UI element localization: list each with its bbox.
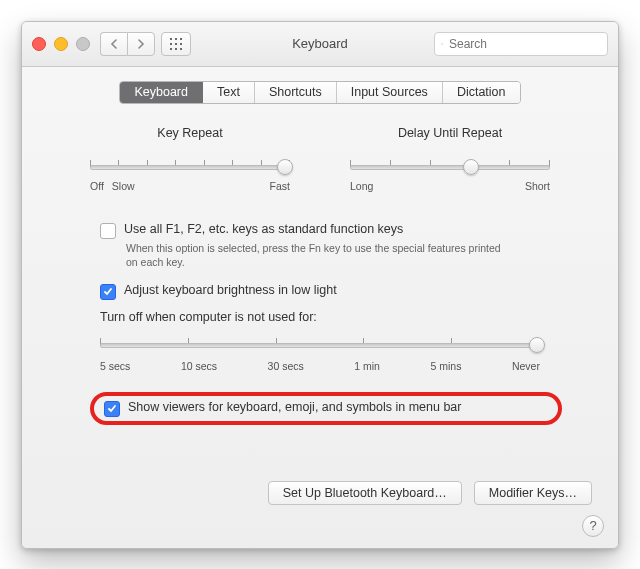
preferences-window: Keyboard Keyboard Text Shortcuts Input S…: [21, 21, 619, 549]
viewers-checkbox[interactable]: [104, 401, 120, 417]
chevron-right-icon: [137, 39, 145, 49]
help-button[interactable]: ?: [582, 515, 604, 537]
turnoff-slider[interactable]: 5 secs10 secs30 secs1 min5 minsNever: [100, 334, 540, 372]
viewers-option[interactable]: Show viewers for keyboard, emoji, and sy…: [104, 400, 544, 417]
tab-dictation[interactable]: Dictation: [443, 82, 520, 103]
tab-keyboard[interactable]: Keyboard: [120, 82, 203, 103]
tab-input-sources[interactable]: Input Sources: [337, 82, 443, 103]
key-repeat-label: Key Repeat: [90, 126, 290, 140]
tab-bar: Keyboard Text Shortcuts Input Sources Di…: [50, 81, 590, 104]
brightness-option[interactable]: Adjust keyboard brightness in low light: [100, 283, 590, 300]
svg-rect-6: [170, 48, 172, 50]
fn-keys-option[interactable]: Use all F1, F2, etc. keys as standard fu…: [100, 222, 590, 239]
show-all-button[interactable]: [161, 32, 191, 56]
turnoff-label: Turn off when computer is not used for:: [100, 310, 590, 324]
turnoff-tick-label: 5 secs: [100, 360, 130, 372]
modifier-keys-button[interactable]: Modifier Keys…: [474, 481, 592, 505]
delay-repeat-knob[interactable]: [463, 159, 479, 175]
turnoff-tick-label: 5 mins: [430, 360, 461, 372]
back-button[interactable]: [100, 32, 127, 56]
zoom-window-button[interactable]: [76, 37, 90, 51]
svg-rect-7: [175, 48, 177, 50]
turnoff-tick-label: 30 secs: [268, 360, 304, 372]
tab-text[interactable]: Text: [203, 82, 255, 103]
delay-repeat-slider[interactable]: [350, 156, 550, 176]
delay-repeat-label: Delay Until Repeat: [350, 126, 550, 140]
svg-line-10: [442, 44, 443, 45]
forward-button[interactable]: [127, 32, 155, 56]
viewers-label: Show viewers for keyboard, emoji, and sy…: [128, 400, 461, 414]
minimize-window-button[interactable]: [54, 37, 68, 51]
content: Keyboard Text Shortcuts Input Sources Di…: [22, 67, 618, 549]
svg-point-9: [441, 43, 442, 44]
chevron-left-icon: [110, 39, 118, 49]
svg-rect-8: [180, 48, 182, 50]
nav-buttons: [100, 32, 155, 56]
turnoff-knob[interactable]: [529, 337, 545, 353]
svg-rect-4: [175, 43, 177, 45]
grid-icon: [170, 38, 182, 50]
svg-rect-1: [175, 38, 177, 40]
close-window-button[interactable]: [32, 37, 46, 51]
delay-repeat-block: Delay Until Repeat Long Short: [350, 126, 550, 192]
bluetooth-keyboard-button[interactable]: Set Up Bluetooth Keyboard…: [268, 481, 462, 505]
turnoff-tick-label: Never: [512, 360, 540, 372]
fn-keys-checkbox[interactable]: [100, 223, 116, 239]
key-repeat-block: Key Repeat Off Slow Fast: [90, 126, 290, 192]
highlighted-option: Show viewers for keyboard, emoji, and sy…: [90, 392, 562, 425]
search-icon: [441, 38, 443, 50]
turnoff-tick-label: 1 min: [354, 360, 380, 372]
fn-keys-sublabel: When this option is selected, press the …: [126, 241, 506, 269]
brightness-label: Adjust keyboard brightness in low light: [124, 283, 337, 297]
key-repeat-fast: Fast: [270, 180, 290, 192]
svg-rect-0: [170, 38, 172, 40]
key-repeat-knob[interactable]: [277, 159, 293, 175]
svg-rect-5: [180, 43, 182, 45]
fn-keys-label: Use all F1, F2, etc. keys as standard fu…: [124, 222, 403, 236]
brightness-checkbox[interactable]: [100, 284, 116, 300]
search-input[interactable]: [447, 36, 601, 52]
delay-short: Short: [525, 180, 550, 192]
key-repeat-slow: Slow: [112, 180, 135, 192]
key-repeat-off: Off: [90, 180, 104, 192]
titlebar: Keyboard: [22, 22, 618, 67]
svg-rect-2: [180, 38, 182, 40]
delay-long: Long: [350, 180, 373, 192]
search-field[interactable]: [434, 32, 608, 56]
window-controls: [32, 37, 90, 51]
tab-shortcuts[interactable]: Shortcuts: [255, 82, 337, 103]
key-repeat-slider[interactable]: [90, 156, 290, 176]
turnoff-tick-label: 10 secs: [181, 360, 217, 372]
svg-rect-3: [170, 43, 172, 45]
